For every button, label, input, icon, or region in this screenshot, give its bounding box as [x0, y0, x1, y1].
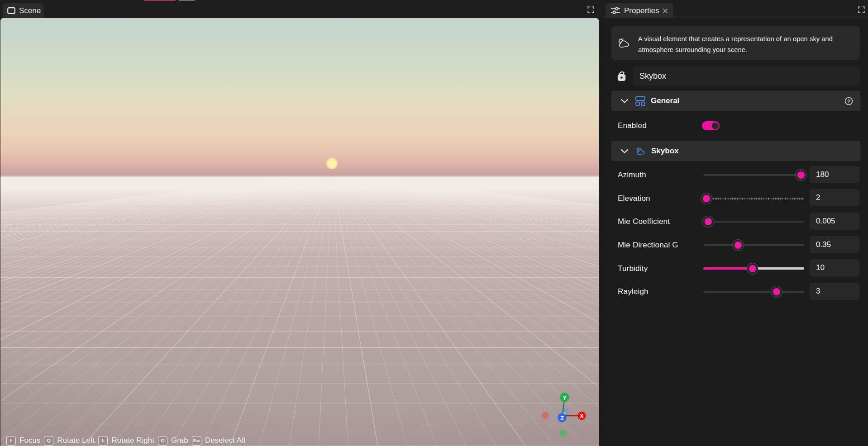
svg-text:Z: Z	[560, 415, 564, 422]
svg-text:Y: Y	[563, 394, 567, 401]
svg-text:?: ?	[847, 99, 850, 104]
svg-text:X: X	[580, 413, 584, 419]
